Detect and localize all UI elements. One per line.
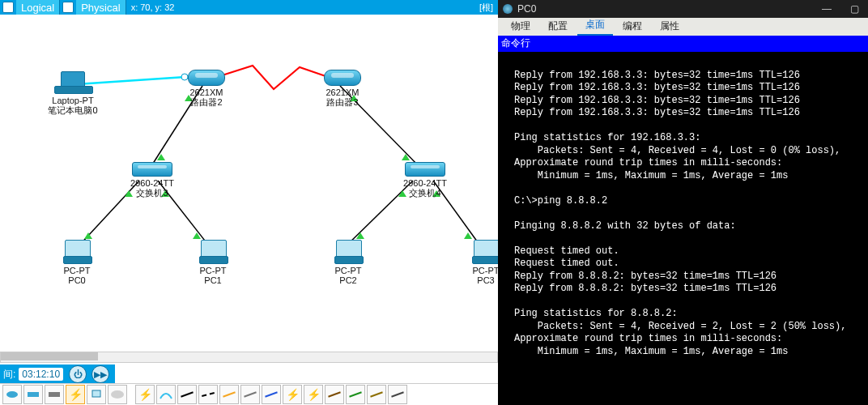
pc-icon (63, 240, 91, 264)
conn-coax-icon[interactable] (262, 385, 281, 404)
packet-tracer-pane: Logical Physical x: 70, y: 32 [根] (0, 0, 498, 405)
svg-rect-10 (28, 392, 39, 397)
device-type-label: Laptop-PT (28, 96, 117, 105)
pc-icon (472, 240, 500, 264)
device-switch4[interactable]: 2960-24TT 交换机4 (393, 162, 457, 198)
device-name-label: 交换机3 (120, 188, 185, 198)
cursor-coords: x: 70, y: 32 (126, 2, 175, 12)
terminal-output[interactable]: Reply from 192.168.3.3: bytes=32 time=1m… (498, 52, 868, 405)
device-laptop[interactable]: Laptop-PT 笔记本电脑0 (28, 71, 117, 115)
app-globe-icon (503, 4, 513, 14)
palette-hub-icon[interactable] (45, 385, 64, 404)
connection-type-group: ⚡ ⚡ ⚡ (133, 384, 410, 405)
device-type-label: 2960-24TT (393, 178, 457, 188)
conn-custom1-icon[interactable] (367, 385, 386, 404)
device-palette: ⚡ ⚡ ⚡ ⚡ (0, 383, 498, 405)
list-icon-2[interactable] (62, 2, 74, 13)
link-status-icon (193, 228, 201, 239)
device-name-label: 交换机4 (393, 188, 457, 198)
device-type-label: 2621XM (178, 87, 235, 97)
conn-phone-icon[interactable] (240, 385, 260, 404)
palette-switch-icon[interactable] (23, 385, 43, 404)
device-router2[interactable]: 2621XM 路由器2 (178, 70, 235, 107)
tab-logical[interactable]: Logical (16, 0, 60, 15)
bolt-icon: ⚡ (138, 388, 152, 401)
device-name-label: PC1 (193, 275, 233, 285)
device-name-label: PC0 (57, 275, 97, 285)
bolt-icon: ⚡ (69, 388, 83, 401)
topology-canvas[interactable]: Laptop-PT 笔记本电脑0 2621XM 路由器2 2621XM 路由器3… (0, 15, 498, 343)
conn-auto-icon[interactable]: ⚡ (135, 385, 155, 404)
pc-tabs: 物理 配置 桌面 编程 属性 (498, 18, 868, 36)
link-status-icon (356, 228, 364, 239)
svg-point-13 (111, 390, 124, 399)
power-cycle-button[interactable]: ⏻ (69, 365, 87, 383)
conn-serial-dte-icon[interactable]: ⚡ (304, 385, 323, 404)
window-titlebar[interactable]: PC0 — ▢ (498, 0, 868, 18)
palette-router-icon[interactable] (2, 385, 22, 404)
pc-icon (334, 240, 362, 264)
tab-attributes[interactable]: 属性 (652, 17, 687, 36)
device-type-label: PC-PT (57, 266, 97, 275)
device-pc1[interactable]: PC-PT PC1 (193, 240, 233, 285)
link-status-icon (402, 150, 410, 160)
conn-serial-dce-icon[interactable]: ⚡ (283, 385, 302, 404)
list-icon[interactable] (2, 2, 14, 13)
bolt-icon: ⚡ (286, 388, 300, 401)
maximize-button[interactable]: ▢ (840, 0, 868, 18)
minimize-button[interactable]: — (813, 0, 840, 18)
palette-cloud-icon[interactable] (108, 385, 127, 404)
workspace-header: Logical Physical x: 70, y: 32 [根] (0, 0, 498, 15)
laptop-icon (54, 71, 91, 94)
tab-physical[interactable]: 物理 (503, 17, 538, 36)
device-type-group: ⚡ (0, 384, 130, 405)
pc-icon (199, 240, 227, 264)
switch-icon (405, 162, 445, 177)
tab-desktop[interactable]: 桌面 (577, 15, 613, 36)
link-status-icon (157, 150, 165, 160)
device-name-label: 路由器3 (314, 97, 371, 107)
window-title: PC0 (517, 3, 536, 15)
tab-programming[interactable]: 编程 (615, 17, 650, 36)
fast-forward-button[interactable]: ▶▶ (91, 365, 109, 383)
device-switch3[interactable]: 2960-24TT 交换机3 (120, 162, 185, 198)
root-label[interactable]: [根] (479, 2, 498, 14)
device-router3[interactable]: 2621XM 路由器3 (314, 70, 371, 107)
router-icon (188, 70, 225, 86)
conn-copper-straight-icon[interactable] (177, 385, 197, 404)
device-type-label: 2960-24TT (120, 178, 185, 188)
bolt-icon: ⚡ (307, 388, 321, 401)
link-status-icon (84, 228, 92, 239)
conn-fiber-icon[interactable] (219, 385, 239, 404)
link-status-icon (464, 228, 472, 239)
router-icon (324, 70, 361, 86)
conn-custom2-icon[interactable] (388, 385, 407, 404)
switch-icon (132, 162, 172, 177)
device-pc2[interactable]: PC-PT PC2 (328, 240, 368, 285)
tab-physical[interactable]: Physical (76, 0, 126, 15)
tab-config[interactable]: 配置 (540, 17, 576, 36)
palette-connections-icon[interactable]: ⚡ (66, 385, 85, 404)
simulation-timebar: 间: 03:12:10 ⏻ ▶▶ (0, 364, 115, 384)
terminal-text: Reply from 192.168.3.3: bytes=32 time=1m… (514, 57, 863, 358)
device-name-label: PC2 (328, 275, 368, 285)
time-prefix-label: 间: (3, 368, 15, 382)
conn-console-icon[interactable] (156, 385, 176, 404)
pc0-window: PC0 — ▢ 物理 配置 桌面 编程 属性 命令行 Reply from 19… (498, 0, 868, 405)
horizontal-scrollbar[interactable] (0, 352, 498, 363)
conn-copper-cross-icon[interactable] (198, 385, 218, 404)
device-type-label: PC-PT (328, 266, 368, 275)
device-name-label: 笔记本电脑0 (28, 105, 117, 115)
svg-rect-11 (49, 392, 60, 397)
conn-octal-icon[interactable] (325, 385, 344, 404)
palette-end-icon[interactable] (87, 385, 106, 404)
command-prompt-header: 命令行 (498, 36, 868, 52)
device-type-label: PC-PT (193, 266, 233, 275)
svg-rect-12 (92, 390, 100, 397)
conn-usb-icon[interactable] (346, 385, 365, 404)
device-pc0[interactable]: PC-PT PC0 (57, 240, 97, 285)
sim-time-value: 03:12:10 (19, 368, 63, 381)
svg-point-9 (6, 391, 18, 398)
device-name-label: 路由器2 (178, 97, 235, 107)
device-type-label: 2621XM (314, 87, 371, 97)
